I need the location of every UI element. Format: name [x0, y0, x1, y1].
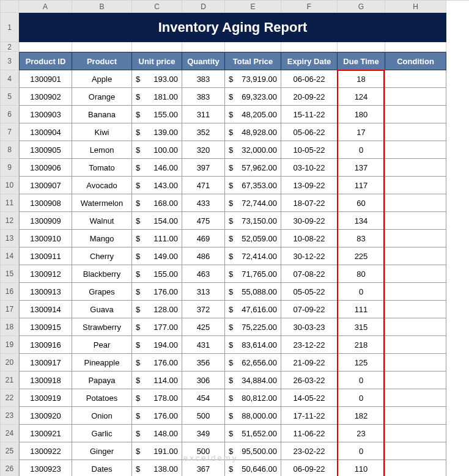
row-header[interactable]: 25 — [1, 442, 19, 460]
cell-product-id[interactable]: 1300902 — [19, 88, 72, 106]
cell-due-time[interactable]: 17 — [338, 123, 385, 141]
col-header[interactable]: G — [338, 1, 385, 13]
cell-condition[interactable] — [385, 194, 446, 212]
cell-product-id[interactable]: 1300916 — [19, 336, 72, 354]
row-header[interactable]: 7 — [1, 123, 19, 141]
cell-product[interactable]: Kiwi — [72, 123, 132, 141]
cell-unit-price[interactable]: $191.00 — [132, 442, 182, 460]
cell-total-price[interactable]: $57,962.00 — [225, 159, 281, 177]
cell-total-price[interactable]: $62,656.00 — [225, 354, 281, 372]
cell-quantity[interactable]: 397 — [182, 159, 225, 177]
cell-expiry[interactable]: 14-05-22 — [281, 389, 338, 407]
cell-total-price[interactable]: $48,928.00 — [225, 123, 281, 141]
col-header[interactable]: B — [72, 1, 132, 13]
blank-cell[interactable] — [72, 42, 132, 52]
cell-condition[interactable] — [385, 230, 446, 247]
cell-expiry[interactable]: 30-12-22 — [281, 247, 338, 265]
cell-quantity[interactable]: 486 — [182, 247, 225, 265]
cell-due-time[interactable]: 111 — [338, 301, 385, 318]
cell-condition[interactable] — [385, 177, 446, 194]
cell-total-price[interactable]: $88,000.00 — [225, 407, 281, 425]
cell-product-id[interactable]: 1300906 — [19, 159, 72, 177]
blank-cell[interactable] — [19, 42, 72, 52]
cell-total-price[interactable]: $83,614.00 — [225, 336, 281, 354]
row-header[interactable]: 18 — [1, 318, 19, 336]
cell-total-price[interactable]: $71,765.00 — [225, 265, 281, 283]
cell-product[interactable]: Potatoes — [72, 389, 132, 407]
cell-expiry[interactable]: 26-03-22 — [281, 372, 338, 389]
cell-quantity[interactable]: 349 — [182, 425, 225, 442]
cell-due-time[interactable]: 0 — [338, 389, 385, 407]
cell-condition[interactable] — [385, 265, 446, 283]
col-header[interactable]: C — [132, 1, 182, 13]
cell-unit-price[interactable]: $146.00 — [132, 159, 182, 177]
blank-cell[interactable] — [132, 42, 182, 52]
row-header[interactable]: 24 — [1, 425, 19, 442]
cell-unit-price[interactable]: $114.00 — [132, 372, 182, 389]
table-header[interactable]: Product ID — [19, 52, 72, 70]
cell-quantity[interactable]: 367 — [182, 460, 225, 476]
cell-quantity[interactable]: 356 — [182, 354, 225, 372]
cell-due-time[interactable]: 225 — [338, 247, 385, 265]
cell-product-id[interactable]: 1300922 — [19, 442, 72, 460]
row-header[interactable]: 5 — [1, 88, 19, 106]
blank-cell[interactable] — [338, 42, 385, 52]
cell-product-id[interactable]: 1300919 — [19, 389, 72, 407]
cell-total-price[interactable]: $47,616.00 — [225, 301, 281, 318]
cell-unit-price[interactable]: $181.00 — [132, 88, 182, 106]
cell-unit-price[interactable]: $149.00 — [132, 247, 182, 265]
cell-total-price[interactable]: $50,646.00 — [225, 460, 281, 476]
row-header[interactable]: 26 — [1, 460, 19, 476]
cell-product[interactable]: Garlic — [72, 425, 132, 442]
cell-product-id[interactable]: 1300904 — [19, 123, 72, 141]
cell-due-time[interactable]: 60 — [338, 194, 385, 212]
cell-total-price[interactable]: $52,059.00 — [225, 230, 281, 247]
cell-due-time[interactable]: 80 — [338, 265, 385, 283]
cell-product[interactable]: Guava — [72, 301, 132, 318]
cell-product[interactable]: Watermelon — [72, 194, 132, 212]
cell-product-id[interactable]: 1300913 — [19, 283, 72, 301]
cell-product-id[interactable]: 1300907 — [19, 177, 72, 194]
cell-condition[interactable] — [385, 442, 446, 460]
cell-unit-price[interactable]: $177.00 — [132, 318, 182, 336]
cell-condition[interactable] — [385, 247, 446, 265]
cell-due-time[interactable]: 0 — [338, 372, 385, 389]
cell-expiry[interactable]: 06-09-22 — [281, 460, 338, 476]
cell-due-time[interactable]: 0 — [338, 283, 385, 301]
cell-product[interactable]: Cherry — [72, 247, 132, 265]
cell-due-time[interactable]: 110 — [338, 460, 385, 476]
row-header[interactable]: 13 — [1, 230, 19, 247]
cell-unit-price[interactable]: $100.00 — [132, 141, 182, 159]
cell-expiry[interactable]: 20-09-22 — [281, 88, 338, 106]
row-header[interactable]: 12 — [1, 212, 19, 230]
cell-condition[interactable] — [385, 301, 446, 318]
table-header[interactable]: Product — [72, 52, 132, 70]
cell-quantity[interactable]: 425 — [182, 318, 225, 336]
cell-product-id[interactable]: 1300915 — [19, 318, 72, 336]
col-header[interactable]: D — [182, 1, 225, 13]
cell-expiry[interactable]: 17-11-22 — [281, 407, 338, 425]
blank-cell[interactable] — [281, 42, 338, 52]
cell-product-id[interactable]: 1300909 — [19, 212, 72, 230]
cell-due-time[interactable]: 117 — [338, 177, 385, 194]
cell-quantity[interactable]: 500 — [182, 407, 225, 425]
cell-unit-price[interactable]: $138.00 — [132, 460, 182, 476]
cell-product-id[interactable]: 1300914 — [19, 301, 72, 318]
cell-unit-price[interactable]: $193.00 — [132, 70, 182, 88]
row-header[interactable]: 16 — [1, 283, 19, 301]
row-header[interactable]: 3 — [1, 52, 19, 70]
cell-condition[interactable] — [385, 318, 446, 336]
blank-cell[interactable] — [225, 42, 281, 52]
row-header[interactable]: 20 — [1, 354, 19, 372]
cell-product[interactable]: Pear — [72, 336, 132, 354]
cell-product[interactable]: Blackberry — [72, 265, 132, 283]
blank-cell[interactable] — [385, 42, 446, 52]
cell-due-time[interactable]: 180 — [338, 106, 385, 123]
cell-product-id[interactable]: 1300921 — [19, 425, 72, 442]
cell-product[interactable]: Mango — [72, 230, 132, 247]
cell-expiry[interactable]: 10-05-22 — [281, 141, 338, 159]
cell-condition[interactable] — [385, 106, 446, 123]
row-header[interactable]: 23 — [1, 407, 19, 425]
row-header[interactable]: 8 — [1, 141, 19, 159]
cell-quantity[interactable]: 475 — [182, 212, 225, 230]
